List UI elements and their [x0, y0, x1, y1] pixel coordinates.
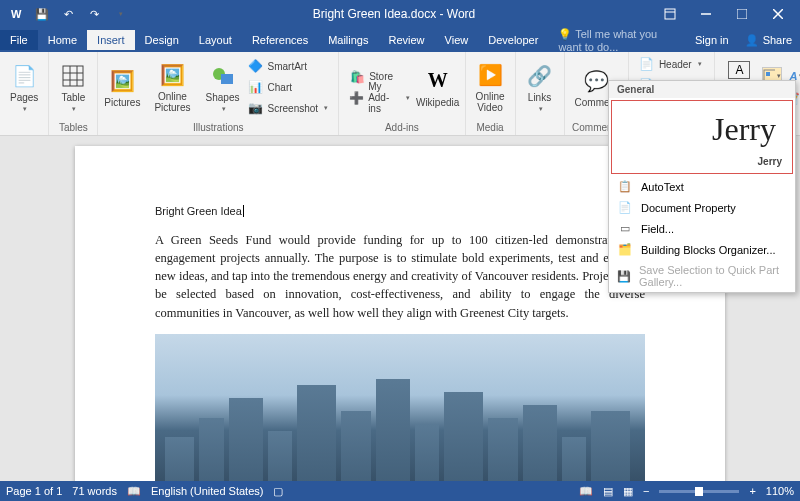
status-macro-icon[interactable]: ▢	[273, 485, 283, 498]
app-icon: W	[4, 2, 28, 26]
tab-home[interactable]: Home	[38, 30, 87, 50]
tab-view[interactable]: View	[435, 30, 479, 50]
tab-references[interactable]: References	[242, 30, 318, 50]
document-image[interactable]	[155, 334, 645, 481]
status-proofing-icon[interactable]: 📖	[127, 485, 141, 498]
group-illustrations: Illustrations	[193, 120, 244, 135]
save-selection-menu-item: 💾Save Selection to Quick Part Gallery...	[609, 260, 795, 292]
qat-customize[interactable]	[108, 2, 132, 26]
status-page[interactable]: Page 1 of 1	[6, 485, 62, 497]
links-button[interactable]: 🔗Links	[522, 60, 558, 115]
save-button[interactable]: 💾	[30, 2, 54, 26]
svg-rect-3	[737, 9, 747, 19]
zoom-level[interactable]: 110%	[766, 485, 794, 497]
status-language[interactable]: English (United States)	[151, 485, 264, 497]
zoom-in-button[interactable]: +	[749, 485, 755, 497]
share-button[interactable]: 👤Share	[737, 30, 800, 51]
tab-insert[interactable]: Insert	[87, 30, 135, 50]
view-web-layout[interactable]: ▦	[623, 485, 633, 498]
screenshot-button[interactable]: 📷Screenshot	[244, 98, 333, 118]
chart-button[interactable]: 📊Chart	[244, 77, 333, 97]
table-button[interactable]: Table	[55, 60, 91, 115]
header-button[interactable]: 📄Header	[635, 54, 709, 74]
zoom-slider[interactable]	[659, 490, 739, 493]
svg-rect-2	[665, 9, 675, 19]
tab-layout[interactable]: Layout	[189, 30, 242, 50]
view-print-layout[interactable]: ▤	[603, 485, 613, 498]
signature-label: Jerry	[752, 154, 788, 169]
svg-rect-8	[766, 72, 770, 76]
pages-button[interactable]: 📄Pages	[6, 60, 42, 115]
online-video-button[interactable]: ▶️Online Video	[472, 59, 509, 115]
group-addins: Add-ins	[385, 120, 419, 135]
document-title[interactable]: Bright Green Idea	[155, 201, 645, 219]
close-button[interactable]	[764, 2, 792, 26]
maximize-button[interactable]	[728, 2, 756, 26]
svg-rect-4	[63, 66, 83, 86]
group-media: Media	[476, 120, 503, 135]
quick-parts-dropdown: General Jerry Jerry 📋AutoText 📄Document …	[608, 80, 796, 293]
quick-part-jerry[interactable]: Jerry Jerry	[611, 100, 793, 174]
view-read-mode[interactable]: 📖	[579, 485, 593, 498]
document-body[interactable]: A Green Seeds Fund would provide funding…	[155, 231, 645, 322]
my-addins-button[interactable]: ➕My Add-ins	[345, 88, 414, 108]
signature-image: Jerry	[700, 105, 788, 154]
minimize-button[interactable]	[692, 2, 720, 26]
field-menu-item[interactable]: ▭Field...	[609, 218, 795, 239]
document-property-menu-item[interactable]: 📄Document Property	[609, 197, 795, 218]
ribbon-options-icon[interactable]	[656, 2, 684, 26]
window-title: Bright Green Idea.docx - Word	[132, 7, 656, 21]
smartart-button[interactable]: 🔷SmartArt	[244, 56, 333, 76]
zoom-out-button[interactable]: −	[643, 485, 649, 497]
building-blocks-menu-item[interactable]: 🗂️Building Blocks Organizer...	[609, 239, 795, 260]
dropdown-section-general: General	[609, 81, 795, 98]
shapes-button[interactable]: Shapes	[205, 60, 241, 115]
tab-mailings[interactable]: Mailings	[318, 30, 378, 50]
wikipedia-button[interactable]: WWikipedia	[417, 65, 459, 110]
online-pictures-button[interactable]: 🖼️Online Pictures	[143, 59, 201, 115]
tab-developer[interactable]: Developer	[478, 30, 548, 50]
sign-in-link[interactable]: Sign in	[687, 30, 737, 50]
tab-review[interactable]: Review	[379, 30, 435, 50]
group-tables: Tables	[59, 120, 88, 135]
svg-rect-6	[221, 74, 233, 84]
autotext-menu-item[interactable]: 📋AutoText	[609, 176, 795, 197]
pictures-button[interactable]: 🖼️Pictures	[104, 65, 140, 110]
undo-button[interactable]: ↶	[56, 2, 80, 26]
tab-design[interactable]: Design	[135, 30, 189, 50]
redo-button[interactable]: ↷	[82, 2, 106, 26]
status-words[interactable]: 71 words	[72, 485, 117, 497]
svg-text:W: W	[11, 8, 22, 20]
tab-file[interactable]: File	[0, 30, 38, 50]
